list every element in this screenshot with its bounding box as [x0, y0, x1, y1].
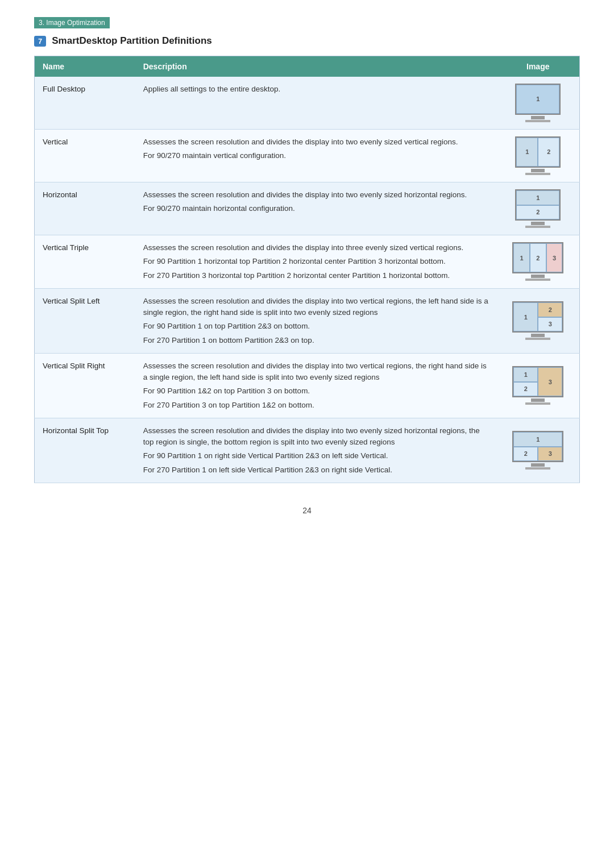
row-description: Assesses the screen resolution and divid… [135, 130, 497, 182]
table-row: VerticalAssesses the screen resolution a… [35, 130, 580, 182]
row-name: Vertical Split Left [35, 288, 135, 353]
row-description: Assesses the screen resolution and divid… [135, 418, 497, 483]
row-image: 123 [497, 353, 580, 418]
table-row: Vertical Split RightAssesses the screen … [35, 353, 580, 418]
partition-table: Name Description Image Full DesktopAppli… [34, 56, 580, 483]
row-description: Assesses the screen resolution and divid… [135, 353, 497, 418]
row-image: 123 [497, 418, 580, 483]
table-row: HorizontalAssesses the screen resolution… [35, 182, 580, 235]
breadcrumb: 3. Image Optimization [34, 17, 110, 28]
row-image: 1 [497, 77, 580, 130]
table-row: Vertical TripleAssesses the screen resol… [35, 235, 580, 289]
table-row: Full DesktopApplies all settings to the … [35, 77, 580, 130]
col-header-name: Name [35, 56, 135, 77]
section-badge: 7 [34, 36, 46, 47]
row-image: 12 [497, 130, 580, 182]
table-row: Horizontal Split TopAssesses the screen … [35, 418, 580, 483]
row-image: 123 [497, 235, 580, 289]
row-description: Applies all settings to the entire deskt… [135, 77, 497, 130]
page-number: 24 [34, 506, 580, 515]
col-header-image: Image [497, 56, 580, 77]
row-description: Assesses the screen resolution and divid… [135, 235, 497, 289]
row-name: Full Desktop [35, 77, 135, 130]
section-title: SmartDesktop Partition Definitions [52, 35, 211, 47]
row-name: Vertical Triple [35, 235, 135, 289]
row-name: Horizontal [35, 182, 135, 235]
row-name: Vertical [35, 130, 135, 182]
row-name: Vertical Split Right [35, 353, 135, 418]
row-name: Horizontal Split Top [35, 418, 135, 483]
row-description: Assesses the screen resolution and divid… [135, 288, 497, 353]
row-image: 123 [497, 288, 580, 353]
row-image: 12 [497, 182, 580, 235]
col-header-description: Description [135, 56, 497, 77]
row-description: Assesses the screen resolution and divid… [135, 182, 497, 235]
table-row: Vertical Split LeftAssesses the screen r… [35, 288, 580, 353]
